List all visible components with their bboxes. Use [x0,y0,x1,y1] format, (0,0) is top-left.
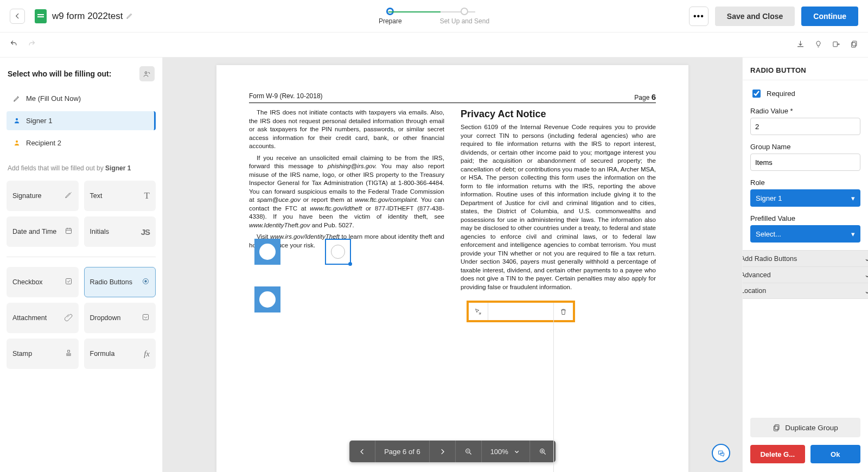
palette-divider [7,257,156,257]
field-checkbox[interactable]: Checkbox [7,267,79,297]
group-name-label: Group Name [750,143,860,151]
svg-rect-4 [66,279,71,284]
stamp-icon [65,349,73,359]
progress-steps: Prepare Set Up and Send [379,8,489,25]
field-signature[interactable]: Signature [7,181,79,211]
step-prepare[interactable]: Prepare [379,8,402,25]
person-icon [13,117,21,125]
acc-advanced[interactable]: Advanced⌄ [743,266,868,283]
text-icon: T [144,190,150,201]
placed-radio-3[interactable] [254,286,280,312]
svg-point-6 [144,280,146,282]
paperclip-icon [65,313,73,323]
fields-hint: Add fields that will be filled out by Si… [8,164,155,172]
signature-icon [65,191,73,201]
role-me[interactable]: Me (Fill Out Now) [7,89,156,108]
move-icon [474,308,482,316]
calendar-icon [65,227,73,237]
copy-icon [773,424,781,432]
placed-radio-2-selected[interactable] [325,239,351,265]
svg-rect-7 [143,315,149,320]
signer-select[interactable]: Signer 1 [488,303,554,472]
chevron-down-icon: ⌄ [864,254,868,263]
role-signer1[interactable]: Signer 1 [7,111,156,130]
chevron-left-icon [14,12,21,20]
edit-title-icon[interactable] [126,11,134,21]
document-title: w9 form 2022test [52,11,123,22]
tool-icons [796,40,858,50]
svg-rect-1 [852,41,857,46]
copy-icon[interactable] [850,40,858,50]
document-canvas[interactable]: Form W-9 (Rev. 10-2018) Page 6 The IRS d… [163,58,742,472]
svg-rect-11 [774,426,778,431]
left-column: The IRS does not initiate contacts with … [249,109,444,295]
download-icon[interactable] [796,40,805,50]
prefill-select[interactable]: Select... ▾ [750,225,860,243]
chevron-down-icon: ▾ [851,194,855,202]
group-name-input[interactable] [750,154,860,171]
person-icon [13,139,21,147]
role-select[interactable]: Signer 1 ▾ [750,189,860,207]
page-indicator: Page 6 of 6 [375,441,430,462]
role-switch-icon[interactable] [139,66,155,81]
required-input[interactable] [752,90,761,98]
acc-add-radio[interactable]: Add Radio Buttons⌄ [743,250,868,266]
secondary-toolbar [0,33,868,58]
field-stamp[interactable]: Stamp [7,339,79,369]
field-formula[interactable]: Formula fx [84,339,156,369]
top-actions: ••• Save and Close Continue [689,7,858,26]
chat-icon [717,449,725,457]
more-button[interactable]: ••• [689,7,709,26]
radio-value-input[interactable] [750,118,860,135]
ok-button[interactable]: Ok [810,445,861,463]
page-number: Page 6 [634,92,656,101]
prev-page-button[interactable] [349,441,375,462]
top-bar: w9 form 2022test Prepare Set Up and Send… [0,0,868,33]
ellipsis-icon: ••• [693,11,704,21]
continue-button[interactable]: Continue [801,7,858,26]
delete-group-button[interactable]: Delete G... [750,445,805,463]
radio-icon [142,277,150,287]
import-fields-icon[interactable] [832,40,840,50]
field-radio[interactable]: Radio Buttons [84,267,156,297]
move-handle[interactable] [469,303,488,320]
checkbox-icon [65,277,73,287]
svg-rect-2 [852,42,856,47]
properties-panel: RADIO BUTTON Required Radio Value * Grou… [742,58,868,472]
delete-field-button[interactable] [554,303,573,320]
placed-radio-1[interactable] [254,239,280,265]
svg-rect-10 [775,424,780,429]
chevron-down-icon: ⌄ [864,287,868,295]
field-dropdown[interactable]: Dropdown [84,303,156,333]
field-context-toolbar: Signer 1 [467,301,575,322]
main-area: Select who will be filling out: Me (Fill… [0,58,868,472]
duplicate-group-button[interactable]: Duplicate Group [750,418,860,437]
panel-title: RADIO BUTTON [743,58,868,80]
undo-button[interactable] [10,40,18,50]
required-checkbox[interactable]: Required [750,88,860,99]
left-sidebar: Select who will be filling out: Me (Fill… [0,58,163,472]
field-datetime[interactable]: Date and Time [7,216,79,247]
field-attachment[interactable]: Attachment [7,303,79,333]
redo-button[interactable] [28,40,36,50]
save-close-button[interactable]: Save and Close [715,7,795,26]
tips-icon[interactable] [814,40,822,50]
next-page-button[interactable] [430,441,456,462]
prefill-label: Prefilled Value [750,214,860,222]
radio-value-label: Radio Value * [750,107,860,115]
step-setup-send[interactable]: Set Up and Send [440,8,489,25]
dropdown-icon [142,313,150,323]
field-text[interactable]: Text T [84,181,156,211]
zoom-out-button[interactable] [456,441,482,462]
help-chat-button[interactable] [712,444,730,462]
chevron-down-icon: ▾ [851,230,855,238]
formula-icon: fx [144,349,150,359]
field-initials[interactable]: Initials JS [84,216,156,247]
role-recipient2[interactable]: Recipient 2 [7,133,156,152]
form-id: Form W-9 (Rev. 10-2018) [249,92,323,101]
history-controls [10,40,36,50]
svg-rect-0 [833,42,838,47]
back-button[interactable] [10,9,25,24]
edit-icon [13,94,21,103]
acc-location[interactable]: Location⌄ [743,283,868,299]
